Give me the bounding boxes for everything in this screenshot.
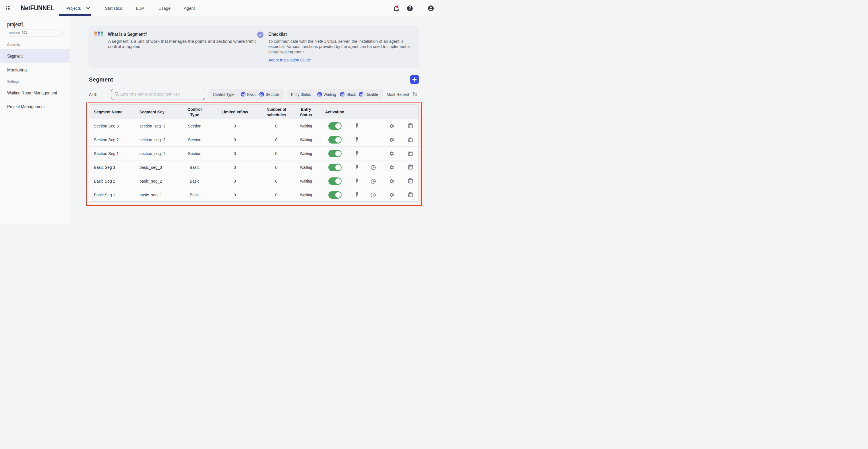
svg-text:?: ? [408, 5, 411, 11]
